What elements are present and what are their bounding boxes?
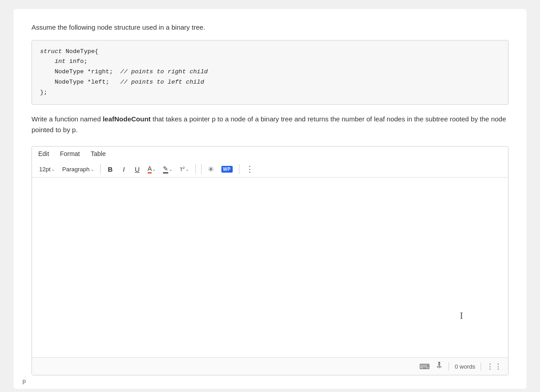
editor-wrapper: Edit Format Table 12pt ⌄ Paragraph ⌄ B I… bbox=[32, 146, 508, 375]
svg-point-0 bbox=[439, 362, 440, 364]
paragraph-chevron-icon: ⌄ bbox=[90, 167, 94, 172]
font-size-label: 12pt bbox=[39, 166, 50, 173]
bold-button[interactable]: B bbox=[104, 163, 116, 175]
editor-footer: ⌨ 0 words ⋮⋮ bbox=[32, 357, 508, 375]
separator-2 bbox=[195, 164, 196, 174]
superscript-button[interactable]: T2 ⌄ bbox=[177, 163, 191, 175]
paragraph-dropdown[interactable]: Paragraph ⌄ bbox=[59, 163, 97, 175]
font-color-a-icon: A bbox=[148, 165, 152, 174]
font-color-button[interactable]: A ⌄ bbox=[145, 163, 158, 175]
footer-separator-1 bbox=[449, 362, 449, 370]
function-name: leafNodeCount bbox=[103, 115, 151, 123]
highlight-chevron-icon: ⌄ bbox=[169, 167, 172, 172]
font-size-dropdown[interactable]: 12pt ⌄ bbox=[36, 163, 58, 175]
superscript-icon: T2 bbox=[180, 166, 184, 172]
text-cursor-icon: I bbox=[460, 310, 463, 321]
keyboard-icon[interactable]: ⌨ bbox=[419, 362, 430, 371]
font-color-chevron-icon: ⌄ bbox=[152, 167, 156, 172]
toolbar: 12pt ⌄ Paragraph ⌄ B I U A ⌄ ✎ bbox=[32, 161, 508, 178]
status-bar: p bbox=[22, 378, 26, 384]
editor-menubar: Edit Format Table bbox=[32, 147, 508, 161]
highlight-a-icon: ✎ bbox=[163, 165, 168, 174]
accessibility-icon[interactable] bbox=[435, 361, 443, 371]
page-container: Assume the following node structure used… bbox=[14, 9, 526, 389]
code-line-4: NodeType *left; // points to left child bbox=[40, 77, 500, 88]
word-count: 0 words bbox=[454, 363, 475, 370]
code-line-5: }; bbox=[40, 88, 500, 98]
footer-separator-2 bbox=[481, 362, 481, 370]
italic-button[interactable]: I bbox=[118, 163, 130, 175]
more-icon: ⋮ bbox=[246, 164, 254, 174]
underline-button[interactable]: U bbox=[131, 163, 143, 175]
wp-badge-icon: WP bbox=[221, 166, 233, 173]
footer-more-icon[interactable]: ⋮⋮ bbox=[486, 362, 503, 371]
highlight-button[interactable]: ✎ ⌄ bbox=[160, 163, 175, 175]
question-intro: Assume the following node structure used… bbox=[32, 22, 508, 33]
wp-button[interactable]: WP bbox=[219, 163, 235, 175]
separator-1 bbox=[100, 164, 101, 174]
code-line-2: int info; bbox=[40, 57, 500, 67]
paragraph-label: Paragraph bbox=[62, 166, 90, 173]
editor-area[interactable]: I bbox=[32, 178, 508, 357]
menu-table[interactable]: Table bbox=[89, 149, 107, 158]
more-button[interactable]: ⋮ bbox=[243, 163, 257, 175]
menu-format[interactable]: Format bbox=[58, 149, 81, 158]
separator-3 bbox=[201, 164, 202, 174]
superscript-chevron-icon: ⌄ bbox=[185, 167, 189, 172]
separator-4 bbox=[239, 164, 239, 174]
code-line-1: struct NodeType{ bbox=[40, 47, 500, 57]
snowflake-icon: ✳ bbox=[208, 165, 214, 174]
menu-edit[interactable]: Edit bbox=[36, 149, 51, 158]
description-text: Write a function named leafNodeCount tha… bbox=[32, 114, 508, 135]
special-button[interactable]: ✳ bbox=[205, 163, 217, 175]
code-block: struct NodeType{ int info; NodeType *rig… bbox=[32, 40, 508, 105]
code-line-3: NodeType *right; // points to right chil… bbox=[40, 67, 500, 77]
paragraph-indicator: p bbox=[22, 378, 26, 384]
font-size-chevron-icon: ⌄ bbox=[51, 167, 55, 172]
